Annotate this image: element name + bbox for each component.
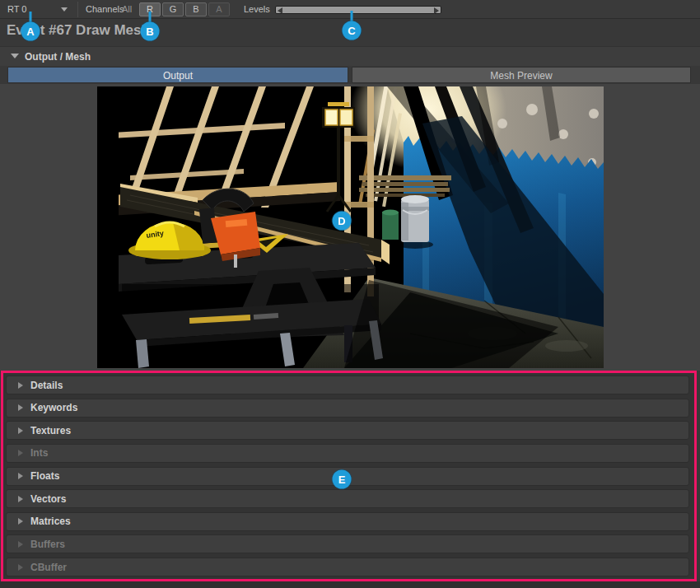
channel-button-a: A <box>208 2 230 16</box>
foldout-arrow-icon <box>18 450 23 456</box>
section-matrices[interactable]: Matrices <box>6 512 689 531</box>
frame-debugger-window: RT 0 Channels AllRGBA Levels Event #67 D… <box>0 0 700 588</box>
foldout-arrow-icon <box>18 473 23 479</box>
callout-badge-e: E <box>333 470 352 489</box>
callout-badge-c: C <box>343 21 362 40</box>
channel-button-all[interactable]: All <box>116 2 138 16</box>
levels-label: Levels <box>244 0 270 18</box>
section-ints: Ints <box>6 444 689 463</box>
foldout-arrow-icon <box>18 518 23 525</box>
channel-button-b[interactable]: B <box>185 2 207 16</box>
channel-buttons: AllRGBA <box>116 2 230 16</box>
section-label: Buffers <box>30 539 65 550</box>
section-label: Matrices <box>30 516 71 527</box>
section-buffers: Buffers <box>6 534 689 553</box>
foldout-arrow-icon <box>18 382 23 389</box>
rt-dropdown-label: RT 0 <box>7 4 26 14</box>
section-label: Floats <box>30 470 59 482</box>
tab-mesh-preview[interactable]: Mesh Preview <box>352 67 691 83</box>
foldout-arrow-icon <box>18 404 23 411</box>
foldout-arrow-icon <box>18 496 23 502</box>
channel-button-g[interactable]: G <box>162 2 184 16</box>
foldout-arrow-icon <box>18 541 23 548</box>
foldout-arrow-icon <box>18 427 23 434</box>
callout-badge-d: D <box>333 212 352 231</box>
output-panel: unity <box>0 84 700 371</box>
rendered-scene: unity <box>97 86 604 368</box>
foldout-open-icon <box>11 54 19 58</box>
callout-badge-a: A <box>21 22 40 41</box>
output-mesh-label: Output / Mesh <box>25 47 91 67</box>
section-label: CBuffer <box>30 562 67 573</box>
section-cbuffer: CBuffer <box>6 558 689 576</box>
slider-max-handle[interactable] <box>434 7 439 14</box>
slider-min-handle[interactable] <box>278 7 282 14</box>
levels-slider[interactable] <box>275 6 441 14</box>
section-textures[interactable]: Textures <box>6 421 689 440</box>
section-label: Vectors <box>30 493 66 505</box>
section-label: Keywords <box>30 402 77 413</box>
section-vectors[interactable]: Vectors <box>6 489 689 508</box>
rt-dropdown[interactable]: RT 0 <box>5 2 72 16</box>
output-preview-image: unity <box>97 86 604 368</box>
section-label: Textures <box>30 425 71 436</box>
window-bottom-strip <box>0 581 700 588</box>
callout-badge-b: B <box>141 22 160 41</box>
chevron-down-icon <box>61 7 68 12</box>
section-label: Ints <box>30 447 48 459</box>
foldout-arrow-icon <box>18 564 23 571</box>
output-mesh-foldout[interactable]: Output / Mesh <box>0 46 700 66</box>
tab-output[interactable]: Output <box>7 67 348 83</box>
section-keywords[interactable]: Keywords <box>6 399 689 418</box>
toolbar-separator <box>77 2 78 17</box>
section-details[interactable]: Details <box>6 376 689 394</box>
section-label: Details <box>30 380 63 391</box>
